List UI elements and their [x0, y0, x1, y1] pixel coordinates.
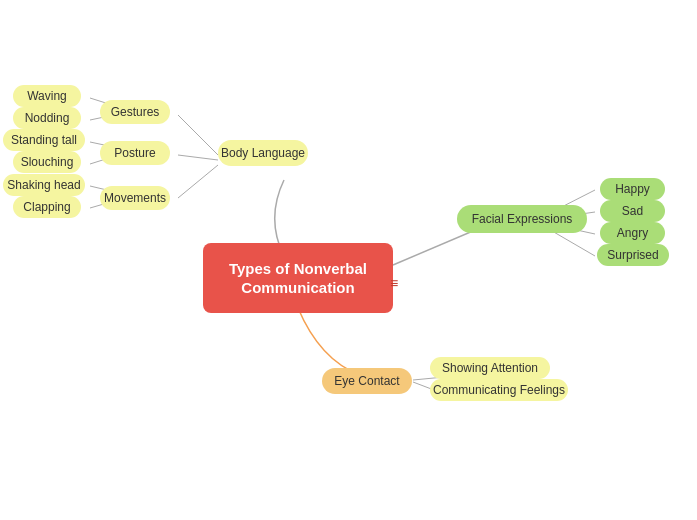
gestures-node: Gestures	[100, 100, 170, 124]
movements-node: Movements	[100, 186, 170, 210]
surprised-node: Surprised	[597, 244, 669, 266]
waving-node: Waving	[13, 85, 81, 107]
surprised-label: Surprised	[607, 248, 658, 262]
eye-contact-label: Eye Contact	[334, 374, 399, 388]
body-language-node: Body Language	[218, 140, 308, 166]
angry-node: Angry	[600, 222, 665, 244]
svg-line-1	[178, 155, 218, 160]
center-node: Types of Nonverbal Communication	[203, 243, 393, 313]
eye-contact-node: Eye Contact	[322, 368, 412, 394]
sad-label: Sad	[622, 204, 643, 218]
communicating-feelings-label: Communicating Feelings	[433, 383, 565, 397]
sad-node: Sad	[600, 200, 665, 222]
nodding-node: Nodding	[13, 107, 81, 129]
svg-line-0	[178, 115, 218, 155]
facial-expressions-node: Facial Expressions	[457, 205, 587, 233]
happy-label: Happy	[615, 182, 650, 196]
nodding-label: Nodding	[25, 111, 70, 125]
communicating-feelings-node: Communicating Feelings	[430, 379, 568, 401]
body-language-label: Body Language	[221, 146, 305, 160]
menu-icon[interactable]: ≡	[390, 275, 398, 291]
slouching-label: Slouching	[21, 155, 74, 169]
clapping-label: Clapping	[23, 200, 70, 214]
posture-node: Posture	[100, 141, 170, 165]
standing-tall-label: Standing tall	[11, 133, 77, 147]
showing-attention-node: Showing Attention	[430, 357, 550, 379]
showing-attention-label: Showing Attention	[442, 361, 538, 375]
shaking-head-node: Shaking head	[3, 174, 85, 196]
svg-line-2	[178, 165, 218, 198]
clapping-node: Clapping	[13, 196, 81, 218]
waving-label: Waving	[27, 89, 67, 103]
gestures-label: Gestures	[111, 105, 160, 119]
standing-tall-node: Standing tall	[3, 129, 85, 151]
angry-label: Angry	[617, 226, 648, 240]
center-label: Types of Nonverbal Communication	[213, 259, 383, 298]
slouching-node: Slouching	[13, 151, 81, 173]
posture-label: Posture	[114, 146, 155, 160]
movements-label: Movements	[104, 191, 166, 205]
facial-expressions-label: Facial Expressions	[472, 212, 573, 226]
shaking-head-label: Shaking head	[7, 178, 80, 192]
happy-node: Happy	[600, 178, 665, 200]
